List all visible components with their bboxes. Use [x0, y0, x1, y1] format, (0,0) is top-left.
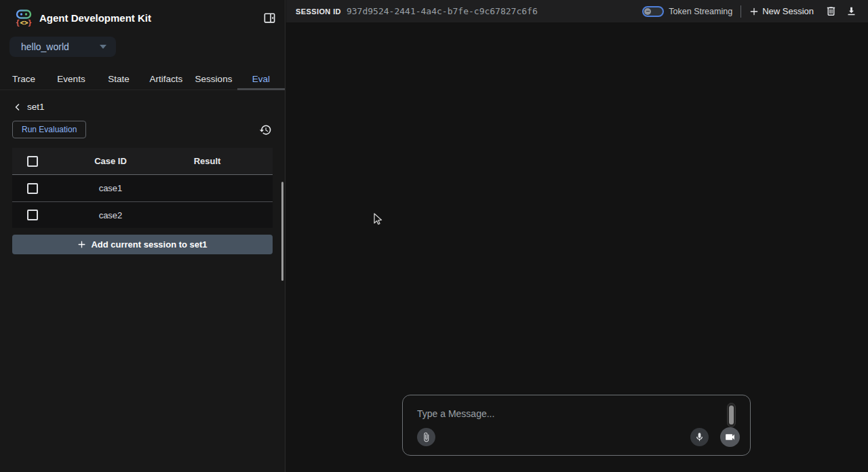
run-evaluation-button[interactable]: Run Evaluation — [12, 121, 86, 138]
collapse-sidebar-button[interactable] — [262, 10, 277, 25]
chat-input-container[interactable]: Type a Message... — [402, 395, 751, 456]
tab-sessions[interactable]: Sessions — [190, 68, 237, 90]
eval-set-name: set1 — [27, 102, 45, 112]
video-camera-icon — [724, 431, 736, 443]
sidebar-scrollbar-thumb[interactable] — [281, 182, 283, 281]
chevron-down-icon — [100, 45, 106, 49]
app-header: { <> } Agent Development Kit — [0, 0, 285, 34]
case-id-cell: case2 — [53, 210, 168, 220]
table-header-row: Case ID Result — [12, 148, 273, 175]
app-title: Agent Development Kit — [39, 12, 151, 24]
table-row[interactable]: case2 — [12, 201, 273, 228]
plus-icon — [77, 240, 86, 249]
adk-logo-icon: { <> } — [15, 9, 33, 27]
chat-input-placeholder[interactable]: Type a Message... — [417, 408, 494, 419]
token-streaming-label: Token Streaming — [669, 7, 732, 16]
eval-cases-table: Case ID Result case1 case2 — [12, 148, 273, 228]
row-checkbox[interactable] — [27, 183, 38, 194]
svg-text:<>: <> — [20, 19, 28, 26]
column-header-result: Result — [168, 156, 246, 166]
agent-select-dropdown[interactable]: hello_world — [9, 37, 116, 57]
session-toolbar: SESSION ID 937d9524-2441-4a4c-b7fe-c9c67… — [286, 0, 868, 22]
tab-bar: Trace Events State Artifacts Sessions Ev… — [0, 68, 285, 90]
session-id-value: 937d9524-2441-4a4c-b7fe-c9c67827c6f6 — [347, 6, 538, 16]
eval-history-button[interactable] — [258, 122, 273, 137]
add-current-session-label: Add current session to set1 — [91, 239, 207, 250]
tab-artifacts[interactable]: Artifacts — [142, 68, 190, 90]
download-icon — [846, 5, 857, 17]
case-id-cell: case1 — [53, 183, 168, 193]
tab-state[interactable]: State — [95, 68, 142, 90]
history-icon — [259, 123, 272, 136]
new-session-button[interactable]: New Session — [749, 6, 814, 16]
main-panel: SESSION ID 937d9524-2441-4a4c-b7fe-c9c67… — [286, 0, 868, 472]
agent-select-value: hello_world — [21, 41, 69, 52]
select-all-checkbox[interactable] — [27, 156, 38, 167]
chat-scrollbar-thumb[interactable] — [729, 406, 734, 425]
row-checkbox[interactable] — [27, 210, 38, 220]
eval-set-header: set1 — [14, 102, 285, 112]
add-current-session-button[interactable]: Add current session to set1 — [12, 235, 273, 254]
trash-icon — [825, 5, 837, 17]
eval-actions-row: Run Evaluation — [12, 121, 273, 138]
delete-session-button[interactable] — [823, 4, 838, 19]
chevron-left-icon[interactable] — [14, 103, 22, 111]
svg-text:}: } — [28, 19, 32, 26]
token-streaming-toggle[interactable] — [642, 6, 664, 17]
session-id-label: SESSION ID — [296, 7, 341, 16]
microphone-icon — [694, 432, 705, 442]
chat-scrollbar-track — [727, 403, 736, 427]
new-session-label: New Session — [762, 6, 814, 16]
video-call-button[interactable] — [720, 427, 740, 447]
toolbar-divider — [741, 5, 741, 18]
download-session-button[interactable] — [844, 4, 859, 19]
mouse-cursor — [372, 212, 384, 226]
sidebar: { <> } Agent Development Kit hello_world… — [0, 0, 285, 472]
tab-trace[interactable]: Trace — [0, 68, 47, 90]
left-panel-close-icon — [263, 12, 276, 24]
microphone-button[interactable] — [690, 428, 709, 446]
column-header-case-id: Case ID — [53, 156, 168, 166]
table-row[interactable]: case1 — [12, 175, 273, 201]
svg-text:{: { — [16, 19, 20, 26]
tab-events[interactable]: Events — [47, 68, 95, 90]
attach-file-button[interactable] — [417, 428, 435, 446]
plus-icon — [749, 7, 759, 16]
paperclip-icon — [421, 432, 431, 442]
tab-eval[interactable]: Eval — [237, 68, 285, 90]
toggle-thumb — [644, 8, 651, 15]
